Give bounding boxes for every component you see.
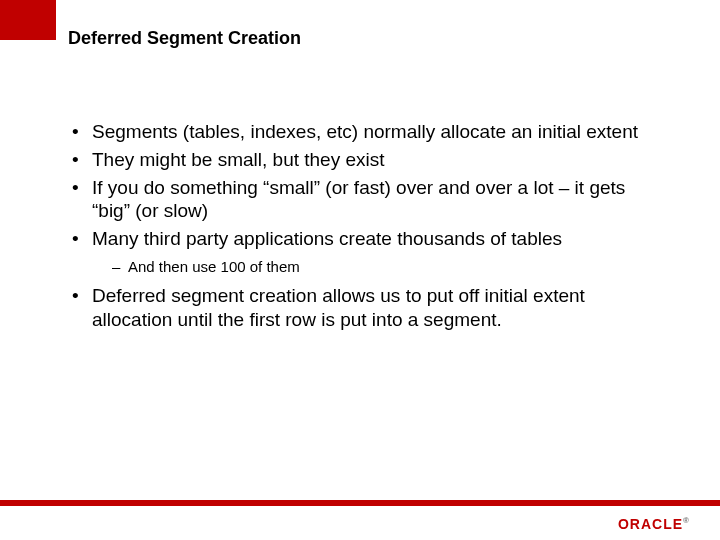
bullet-text: Segments (tables, indexes, etc) normally… — [92, 121, 638, 142]
bullet-list: Segments (tables, indexes, etc) normally… — [72, 120, 660, 332]
sub-bullet-text: And then use 100 of them — [128, 258, 300, 275]
logo-text: ORACLE — [618, 516, 683, 532]
bullet-item: Deferred segment creation allows us to p… — [72, 284, 660, 332]
slide-content: Segments (tables, indexes, etc) normally… — [72, 120, 660, 336]
bullet-item: Segments (tables, indexes, etc) normally… — [72, 120, 660, 144]
oracle-logo: ORACLE® — [618, 516, 690, 532]
slide-title: Deferred Segment Creation — [68, 28, 301, 49]
bullet-item: If you do something “small” (or fast) ov… — [72, 176, 660, 224]
sub-bullet-item: And then use 100 of them — [92, 257, 660, 277]
bullet-text: Many third party applications create tho… — [92, 228, 562, 249]
bullet-text: If you do something “small” (or fast) ov… — [92, 177, 625, 222]
sub-bullet-list: And then use 100 of them — [92, 257, 660, 277]
logo-registered-mark: ® — [683, 516, 690, 525]
bullet-item: They might be small, but they exist — [72, 148, 660, 172]
bullet-text: They might be small, but they exist — [92, 149, 385, 170]
corner-accent-block — [0, 0, 56, 40]
bullet-text: Deferred segment creation allows us to p… — [92, 285, 585, 330]
footer-accent-bar — [0, 500, 720, 506]
bullet-item: Many third party applications create tho… — [72, 227, 660, 276]
